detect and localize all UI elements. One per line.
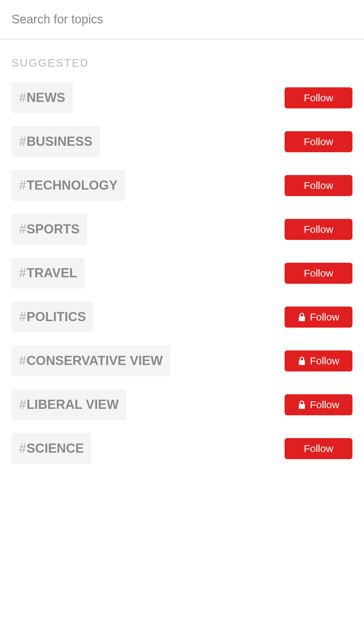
topic-row: #TRAVELFollow — [12, 258, 352, 289]
follow-button-label: Follow — [304, 180, 333, 191]
lock-icon — [298, 313, 306, 322]
topic-row: #POLITICS Follow — [12, 301, 352, 332]
search-container — [0, 0, 364, 40]
topic-name: CONSERVATIVE VIEW — [26, 353, 163, 368]
section-header: SUGGESTED — [12, 57, 352, 69]
topic-tag[interactable]: #NEWS — [12, 82, 73, 113]
topic-row: #CONSERVATIVE VIEW Follow — [12, 345, 352, 376]
topic-name: SPORTS — [26, 222, 79, 237]
follow-button-label: Follow — [310, 355, 340, 367]
topic-tag[interactable]: #TRAVEL — [12, 258, 85, 289]
follow-button-label: Follow — [304, 267, 333, 279]
follow-button-label: Follow — [310, 311, 340, 323]
hash-symbol: # — [19, 222, 26, 237]
follow-button[interactable]: Follow — [285, 131, 352, 152]
follow-button[interactable]: Follow — [285, 350, 352, 371]
follow-button-label: Follow — [310, 399, 340, 411]
follow-button[interactable]: Follow — [285, 263, 352, 284]
topic-name: LIBERAL VIEW — [26, 397, 119, 412]
svg-rect-0 — [299, 316, 305, 321]
follow-button-label: Follow — [304, 224, 333, 235]
hash-symbol: # — [19, 178, 26, 193]
search-input[interactable] — [12, 12, 352, 27]
topic-name: TRAVEL — [26, 266, 77, 280]
lock-icon — [298, 400, 306, 409]
topic-name: BUSINESS — [26, 134, 92, 149]
topic-row: #LIBERAL VIEW Follow — [12, 389, 352, 420]
topic-name: POLITICS — [26, 310, 86, 324]
topic-row: #NEWSFollow — [12, 82, 352, 113]
follow-button[interactable]: Follow — [285, 307, 352, 328]
hash-symbol: # — [19, 441, 26, 456]
topic-tag[interactable]: #BUSINESS — [12, 126, 100, 157]
topic-tag[interactable]: #CONSERVATIVE VIEW — [12, 345, 170, 376]
hash-symbol: # — [19, 134, 26, 149]
topic-row: #SPORTSFollow — [12, 214, 352, 245]
topic-row: #TECHNOLOGYFollow — [12, 170, 352, 201]
hash-symbol: # — [19, 266, 26, 280]
hash-symbol: # — [19, 90, 26, 105]
svg-rect-2 — [299, 404, 305, 409]
follow-button[interactable]: Follow — [285, 219, 352, 240]
topic-name: SCIENCE — [26, 441, 84, 456]
topic-tag[interactable]: #POLITICS — [12, 301, 93, 332]
topic-tag[interactable]: #TECHNOLOGY — [12, 170, 125, 201]
topic-name: TECHNOLOGY — [26, 178, 117, 193]
topic-tag[interactable]: #SCIENCE — [12, 433, 91, 464]
topic-row: #SCIENCEFollow — [12, 433, 352, 464]
topic-list: #NEWSFollow#BUSINESSFollow#TECHNOLOGYFol… — [12, 82, 352, 464]
hash-symbol: # — [19, 353, 26, 368]
follow-button-label: Follow — [304, 443, 333, 454]
follow-button[interactable]: Follow — [285, 87, 352, 108]
topic-tag[interactable]: #SPORTS — [12, 214, 87, 245]
topic-row: #BUSINESSFollow — [12, 126, 352, 157]
content-area: SUGGESTED #NEWSFollow#BUSINESSFollow#TEC… — [0, 40, 364, 464]
follow-button-label: Follow — [304, 92, 333, 104]
follow-button[interactable]: Follow — [285, 438, 352, 459]
follow-button[interactable]: Follow — [285, 394, 352, 415]
follow-button-label: Follow — [304, 136, 333, 147]
topic-name: NEWS — [26, 90, 65, 105]
follow-button[interactable]: Follow — [285, 175, 352, 196]
lock-icon — [298, 357, 306, 365]
svg-rect-1 — [299, 360, 305, 365]
hash-symbol: # — [19, 310, 26, 324]
topic-tag[interactable]: #LIBERAL VIEW — [12, 389, 126, 420]
hash-symbol: # — [19, 397, 26, 412]
